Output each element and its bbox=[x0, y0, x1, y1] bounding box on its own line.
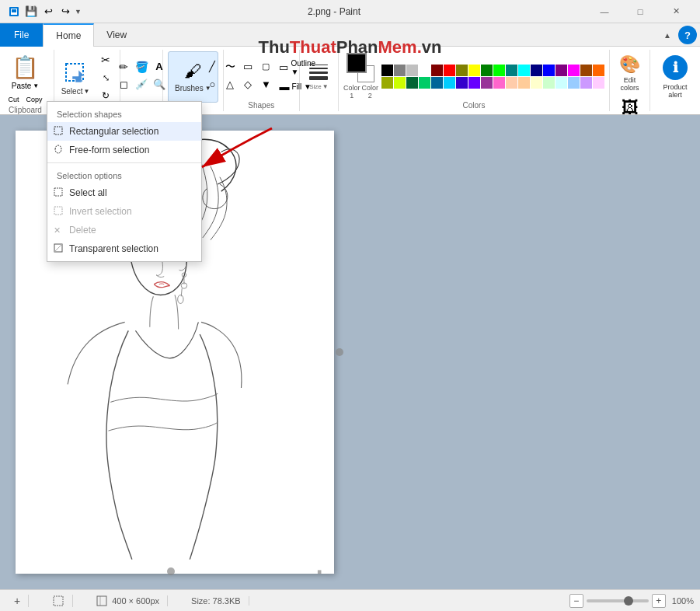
color2-label: Color2 bbox=[361, 84, 378, 100]
color1-box[interactable] bbox=[347, 53, 367, 73]
color-swatch[interactable] bbox=[593, 65, 604, 76]
color-swatch[interactable] bbox=[468, 65, 480, 76]
color-swatch[interactable] bbox=[568, 65, 580, 76]
color-swatch[interactable] bbox=[456, 65, 468, 76]
crop-btn[interactable]: ✂ bbox=[95, 51, 117, 68]
color-swatch[interactable] bbox=[381, 65, 393, 76]
color-swatch[interactable] bbox=[481, 65, 493, 76]
undo-btn[interactable]: ↩ bbox=[40, 4, 56, 19]
select-all-label: Select all bbox=[69, 187, 107, 198]
svg-rect-22 bbox=[97, 596, 106, 606]
eyedropper-btn[interactable]: 💉 bbox=[133, 76, 150, 93]
color-swatch[interactable] bbox=[444, 65, 455, 76]
selection-shapes-label: Selection shapes bbox=[47, 105, 201, 122]
selection-status bbox=[44, 595, 73, 607]
color-swatch[interactable] bbox=[493, 65, 505, 76]
shape-curve-btn[interactable]: 〜 bbox=[221, 58, 239, 75]
color-swatch[interactable] bbox=[406, 77, 418, 89]
canvas-bottom-handle[interactable] bbox=[167, 567, 175, 575]
eraser-btn[interactable]: ◻ bbox=[115, 76, 132, 93]
color-swatch[interactable] bbox=[481, 77, 493, 89]
canvas-right-handle[interactable] bbox=[336, 348, 343, 356]
color-swatch[interactable] bbox=[444, 77, 455, 89]
color-swatch[interactable] bbox=[518, 65, 530, 76]
transparent-selection-label: Transparent selection bbox=[69, 243, 158, 254]
status-bar: + 400 × 600px Size: 78.3KB − + 100% bbox=[0, 589, 700, 611]
rectangular-selection-item[interactable]: Rectangular selection bbox=[47, 122, 201, 141]
color-swatch[interactable] bbox=[419, 65, 430, 76]
select-all-item[interactable]: Select all bbox=[47, 183, 201, 202]
menu-divider-1 bbox=[47, 162, 201, 163]
image-tool-btns: ✂ ⤡ ↻ bbox=[95, 51, 117, 104]
help-btn[interactable]: ? bbox=[678, 26, 697, 44]
product-alert-group: ℹ Productalert bbox=[650, 50, 700, 111]
color-swatch[interactable] bbox=[468, 77, 480, 89]
color-swatch[interactable] bbox=[506, 77, 517, 89]
cut-btn[interactable]: Cut bbox=[5, 95, 22, 104]
color-swatch[interactable] bbox=[419, 77, 430, 89]
shape-triangle-btn[interactable]: △ bbox=[221, 76, 239, 93]
size-btn[interactable]: Size ▼ bbox=[305, 51, 333, 103]
save-quick-btn[interactable]: 💾 bbox=[23, 4, 39, 19]
outline-icon: ▭ bbox=[279, 61, 288, 73]
color-swatch[interactable] bbox=[394, 65, 406, 76]
select-btn[interactable]: Select ▼ bbox=[57, 52, 93, 103]
minimize-btn[interactable]: — bbox=[587, 0, 622, 23]
shapes-group-label: Shapes bbox=[248, 101, 274, 110]
color-swatch[interactable] bbox=[593, 77, 604, 89]
fill-btn[interactable]: 🪣 bbox=[133, 58, 150, 75]
color-swatch[interactable] bbox=[406, 65, 418, 76]
pencil-btn[interactable]: ✏ bbox=[115, 58, 132, 75]
transparent-selection-item[interactable]: Transparent selection bbox=[47, 239, 201, 258]
color-swatch[interactable] bbox=[431, 77, 443, 89]
color-swatch[interactable] bbox=[543, 65, 555, 76]
dropdown-arrow-qa[interactable]: ▼ bbox=[75, 8, 82, 16]
copy-btn[interactable]: Copy bbox=[23, 95, 46, 104]
title-bar-icons: 💾 ↩ ↪ ▼ bbox=[6, 4, 82, 19]
shape-rect-btn[interactable]: ▭ bbox=[239, 58, 256, 75]
paste-btn[interactable]: 📋 Paste ▼ bbox=[9, 51, 43, 93]
color-swatch[interactable] bbox=[394, 77, 406, 89]
colors-group: Color1 Color2 Colors bbox=[339, 50, 610, 111]
color-swatch[interactable] bbox=[580, 65, 592, 76]
color-swatch[interactable] bbox=[518, 77, 530, 89]
color-swatch[interactable] bbox=[580, 77, 592, 89]
maximize-btn[interactable]: □ bbox=[622, 0, 658, 23]
freeform-selection-item[interactable]: Free-form selection bbox=[47, 141, 201, 159]
product-alert-btn[interactable]: ℹ Productalert bbox=[656, 51, 694, 103]
color-swatch[interactable] bbox=[531, 65, 542, 76]
color-swatch[interactable] bbox=[555, 77, 567, 89]
zoom-thumb[interactable] bbox=[624, 596, 633, 606]
color-swatch[interactable] bbox=[531, 77, 542, 89]
zoom-in-btn[interactable]: + bbox=[652, 594, 666, 608]
color-swatch[interactable] bbox=[543, 77, 555, 89]
color-swatch[interactable] bbox=[568, 77, 580, 89]
shape-roundrect-btn[interactable]: ▢ bbox=[257, 58, 274, 75]
shape-ellipse-btn[interactable]: ○ bbox=[204, 76, 221, 93]
shape-more-btn[interactable]: ▼ bbox=[257, 76, 274, 93]
new-btn[interactable]: + bbox=[14, 595, 20, 607]
close-btn[interactable]: ✕ bbox=[658, 0, 694, 23]
zoom-slider[interactable] bbox=[587, 599, 649, 602]
redo-btn[interactable]: ↪ bbox=[57, 4, 73, 19]
shape-line-btn[interactable]: ╱ bbox=[204, 58, 221, 75]
color1-label: Color1 bbox=[343, 84, 360, 100]
color-swatch[interactable] bbox=[381, 77, 393, 89]
size-line-1 bbox=[309, 65, 328, 65]
image-group-items: Select ▼ ✂ ⤡ ↻ bbox=[57, 51, 117, 104]
tab-view[interactable]: View bbox=[94, 23, 139, 47]
tools-btns: ✏ 🪣 A ◻ 💉 🔍 bbox=[115, 51, 168, 100]
color-swatch[interactable] bbox=[555, 65, 567, 76]
tab-home[interactable]: Home bbox=[43, 23, 94, 47]
color-swatch[interactable] bbox=[456, 77, 468, 89]
shape-diamond-btn[interactable]: ◇ bbox=[239, 76, 256, 93]
color-swatch[interactable] bbox=[493, 77, 505, 89]
tab-file[interactable]: File bbox=[0, 23, 43, 47]
resize-btn[interactable]: ⤡ bbox=[95, 69, 117, 86]
rectangular-selection-icon bbox=[54, 126, 63, 137]
color-swatch[interactable] bbox=[431, 65, 443, 76]
ribbon-collapse-btn[interactable]: ▲ bbox=[658, 26, 677, 44]
zoom-out-btn[interactable]: − bbox=[569, 594, 583, 608]
color-swatch[interactable] bbox=[506, 65, 517, 76]
edit-colors-btn[interactable]: 🎨 Editcolors bbox=[615, 51, 645, 95]
